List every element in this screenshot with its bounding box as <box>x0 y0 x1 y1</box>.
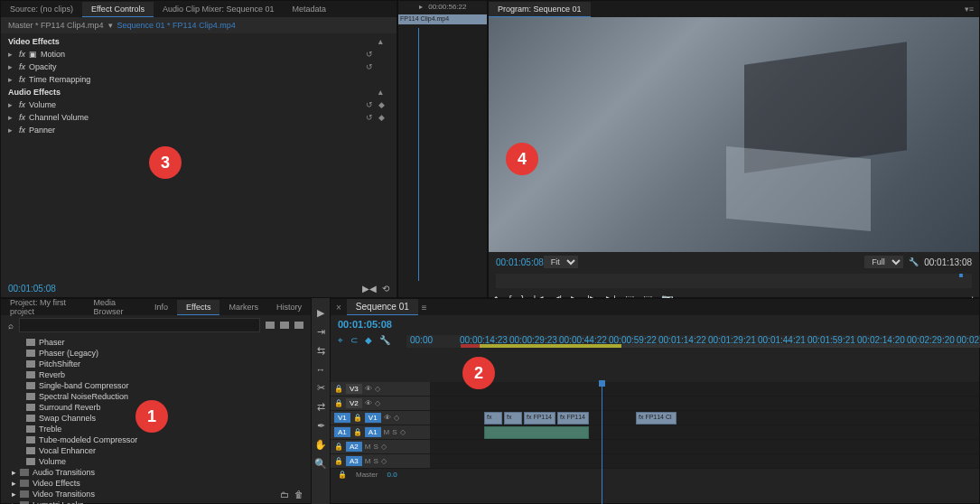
panel-menu-icon[interactable]: ≡ <box>418 303 431 313</box>
mini-playhead[interactable] <box>418 28 419 281</box>
folder-video-transitions[interactable]: ▸Video Transitions <box>12 489 300 499</box>
program-scrubber[interactable] <box>496 274 972 288</box>
zoom-fit-select[interactable]: Fit <box>544 256 578 268</box>
effect-reverb[interactable]: Reverb <box>12 369 300 380</box>
hand-tool-icon[interactable]: ✋ <box>314 439 327 451</box>
timeline-clip[interactable]: fx FP114 <box>557 412 589 425</box>
tab-markers[interactable]: Markers <box>219 300 267 314</box>
tab-history[interactable]: History <box>267 300 311 314</box>
zoom-tool-icon[interactable]: 🔍 <box>314 458 327 470</box>
program-scrubber-head[interactable] <box>959 274 963 277</box>
preset-bin-icon[interactable] <box>280 322 289 329</box>
settings-icon[interactable]: 🔧 <box>379 335 390 348</box>
track-select-tool-icon[interactable]: ⇥ <box>317 326 325 338</box>
effect-panner[interactable]: ▸fx Panner <box>1 124 397 136</box>
effect-tree: Video Effects ▴ ▸fx ▣ Motion ↺ ▸fx Opaci… <box>1 33 397 138</box>
effect-opacity[interactable]: ▸fx Opacity ↺ <box>1 61 397 73</box>
tab-media-browser[interactable]: Media Browser <box>85 295 146 319</box>
timeline-clip[interactable] <box>484 426 589 439</box>
tab-metadata[interactable]: Metadata <box>283 2 335 16</box>
marker-icon[interactable]: ◆ <box>365 335 372 348</box>
effect-controls-footer: ▶◀ ⟲ <box>362 284 389 294</box>
selection-tool-icon[interactable]: ▶ <box>317 307 324 319</box>
timeline-playhead[interactable] <box>602 382 602 504</box>
settings-icon[interactable]: 🔧 <box>909 257 919 266</box>
tab-audio-mixer[interactable]: Audio Clip Mixer: Sequence 01 <box>154 2 284 16</box>
reset-icon[interactable]: ↺ <box>366 50 377 59</box>
pen-tool-icon[interactable]: ✒ <box>317 420 325 432</box>
tab-program[interactable]: Program: Sequence 01 <box>489 2 591 17</box>
master-value[interactable]: 0.0 <box>387 471 397 479</box>
ripple-edit-tool-icon[interactable]: ⇆ <box>317 345 325 357</box>
panel-menu-icon[interactable]: ▾≡ <box>959 5 979 14</box>
track-v1[interactable]: V1🔒V1👁◇ fx fx fx FP114 fx FP114 fx FP114… <box>331 411 979 425</box>
timeline-clip[interactable]: fx FP114 Cl <box>636 412 677 425</box>
loop-icon[interactable]: ⟲ <box>382 284 389 294</box>
effect-phaser-legacy[interactable]: Phaser (Legacy) <box>12 348 300 359</box>
track-a1[interactable]: A1🔒A1MS◇ <box>331 425 979 440</box>
track-v2[interactable]: 🔒V2👁◇ <box>331 397 979 411</box>
effects-search-input[interactable] <box>19 318 260 332</box>
audio-effects-header[interactable]: Audio Effects ▴ <box>1 86 397 98</box>
tab-effect-controls[interactable]: Effect Controls <box>82 2 154 17</box>
timeline-clip[interactable]: fx FP114 <box>524 412 555 425</box>
snap-icon[interactable]: ⌖ <box>338 335 343 348</box>
program-video-display[interactable] <box>489 17 979 252</box>
timeline-timecode[interactable]: 00:01:05:08 <box>338 319 392 330</box>
effect-pitchshifter[interactable]: PitchShifter <box>12 359 300 369</box>
toggle-track-icon[interactable]: ▴ <box>378 37 389 46</box>
sequence-clip-link[interactable]: Sequence 01 * FP114 Clip4.mp4 <box>117 21 236 30</box>
keyframe-icon[interactable]: ◆ <box>378 113 389 122</box>
effect-volume-fx[interactable]: Volume <box>12 456 300 467</box>
search-icon: ⌕ <box>8 321 14 331</box>
track-a2[interactable]: 🔒A2MS◇ <box>331 440 979 454</box>
effect-motion[interactable]: ▸fx ▣ Motion ↺ <box>1 48 397 61</box>
new-bin-icon[interactable]: 🗀 <box>280 490 289 499</box>
folder-lumetri-looks[interactable]: ▸Lumetri Looks <box>12 499 300 504</box>
slip-tool-icon[interactable]: ⇄ <box>317 401 325 413</box>
tab-source[interactable]: Source: (no clips) <box>1 2 82 16</box>
play-icon[interactable]: ▶◀ <box>362 284 377 294</box>
track-v3[interactable]: 🔒V3👁◇ <box>331 382 979 397</box>
source-tab-bar: Source: (no clips) Effect Controls Audio… <box>1 1 397 17</box>
effect-volume[interactable]: ▸fx Volume ↺ ◆ <box>1 98 397 111</box>
timeline-ruler[interactable]: 00:00 00:00:14:23 00:00:29:23 00:00:44:2… <box>406 335 980 348</box>
delete-icon[interactable]: 🗑 <box>294 490 303 499</box>
razor-tool-icon[interactable]: ✂ <box>317 382 325 394</box>
program-timecode-current[interactable]: 00:01:05:08 <box>496 257 544 267</box>
mini-timeline-clip[interactable]: FP114 Clip4.mp4 <box>398 14 487 24</box>
effect-tube-compressor[interactable]: Tube-modeled Compressor <box>12 434 300 445</box>
reset-icon[interactable]: ↺ <box>366 100 377 109</box>
rate-stretch-tool-icon[interactable]: ↔ <box>316 364 326 375</box>
annotation-circle-3: 3 <box>149 146 182 179</box>
tab-project[interactable]: Project: My first project <box>1 295 85 319</box>
tab-sequence[interactable]: Sequence 01 <box>347 299 418 315</box>
project-tab-bar: Project: My first project Media Browser … <box>1 299 311 315</box>
track-a3[interactable]: 🔒A3MS◇ <box>331 454 979 469</box>
video-effects-header[interactable]: Video Effects ▴ <box>1 35 397 48</box>
effect-controls-timeline[interactable]: ▸ 00:00:56:22 FP114 Clip4.mp4 <box>397 0 488 298</box>
tab-effects[interactable]: Effects <box>177 300 219 315</box>
tab-info[interactable]: Info <box>145 300 177 314</box>
folder-audio-transitions[interactable]: ▸Audio Transitions <box>12 467 300 478</box>
linked-selection-icon[interactable]: ⊂ <box>350 335 358 348</box>
effect-channel-volume[interactable]: ▸fx Channel Volume ↺ ◆ <box>1 111 397 124</box>
effect-singleband-compressor[interactable]: Single-band Compressor <box>12 380 300 391</box>
effect-vocal-enhancer[interactable]: Vocal Enhancer <box>12 445 300 456</box>
toggle-track-icon[interactable]: ▴ <box>378 88 389 97</box>
folder-video-effects[interactable]: ▸Video Effects <box>12 478 300 489</box>
effect-phaser[interactable]: Phaser <box>12 337 300 348</box>
effect-controls-timecode[interactable]: 00:01:05:08 <box>8 284 56 294</box>
reset-icon[interactable]: ↺ <box>366 62 377 71</box>
effect-time-remapping[interactable]: ▸fx Time Remapping <box>1 73 397 86</box>
preset-bin-icon[interactable] <box>294 322 303 329</box>
timeline-tab-bar: × Sequence 01 ≡ <box>331 299 979 315</box>
timeline-panel: × Sequence 01 ≡ 00:01:05:08 ⌖ ⊂ ◆ 🔧 00:0… <box>330 298 980 504</box>
project-footer: 🗀 🗑 <box>280 490 303 499</box>
preset-bin-icon[interactable] <box>266 322 275 329</box>
timeline-clip[interactable]: fx <box>484 412 502 425</box>
reset-icon[interactable]: ↺ <box>366 113 377 122</box>
timeline-clip[interactable]: fx <box>504 412 522 425</box>
resolution-select[interactable]: Full <box>864 256 903 268</box>
keyframe-icon[interactable]: ◆ <box>378 100 389 109</box>
